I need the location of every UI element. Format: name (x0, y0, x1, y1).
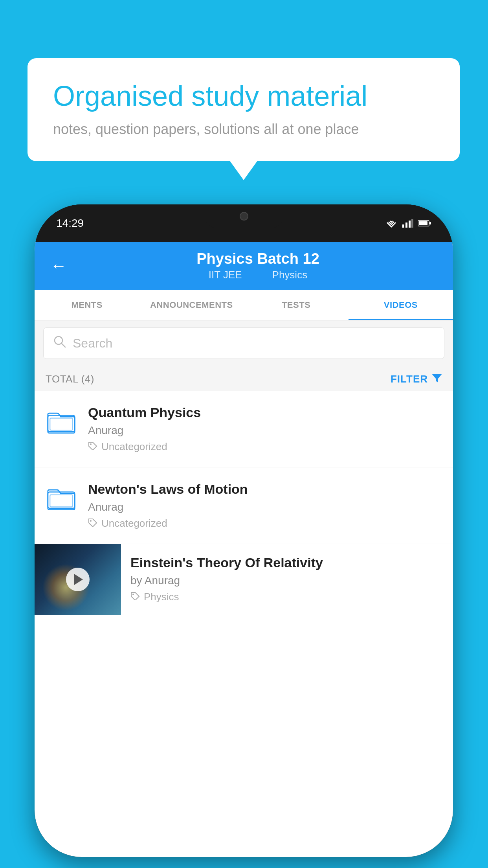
total-count-label: TOTAL (4) (46, 373, 94, 385)
speech-bubble: Organised study material notes, question… (28, 58, 460, 161)
svg-marker-2 (390, 221, 393, 223)
item-title: Newton's Laws of Motion (88, 482, 442, 497)
front-camera (240, 212, 248, 221)
tag-label: Uncategorized (101, 517, 167, 530)
svg-point-10 (55, 337, 62, 344)
item-author: Anurag (88, 501, 442, 513)
tag-label: Physics (144, 591, 179, 603)
list-item[interactable]: Quantum Physics Anurag Uncategorized (35, 391, 453, 467)
media-author: by Anurag (130, 574, 444, 587)
folder-icon (47, 406, 75, 435)
battery-icon (418, 220, 431, 227)
tag-label: Uncategorized (101, 441, 167, 453)
svg-rect-8 (429, 222, 431, 224)
filter-button[interactable]: FILTER (391, 373, 442, 385)
svg-rect-17 (50, 495, 73, 507)
bubble-subtitle: notes, question papers, solutions all at… (53, 121, 434, 138)
phone-screen: ← Physics Batch 12 IIT JEE Physics MENTS… (35, 242, 453, 857)
batch-title: Physics Batch 12 (79, 250, 437, 267)
svg-rect-6 (411, 219, 413, 228)
filter-icon (432, 373, 442, 385)
list-item-media[interactable]: Einstein's Theory Of Relativity by Anura… (35, 544, 453, 615)
svg-line-11 (62, 344, 65, 347)
subtitle-sep (254, 269, 260, 281)
list-item[interactable]: Newton's Laws of Motion Anurag Uncategor… (35, 467, 453, 544)
item-author: Anurag (88, 424, 442, 437)
play-triangle-icon (74, 574, 83, 585)
back-button[interactable]: ← (50, 256, 67, 275)
item-icon-area (46, 482, 77, 511)
media-title: Einstein's Theory Of Relativity (130, 555, 444, 570)
tag-icon (130, 591, 140, 603)
svg-rect-14 (50, 418, 73, 430)
play-button[interactable] (66, 568, 90, 591)
tag-icon (88, 517, 97, 530)
search-placeholder-text: Search (73, 336, 112, 351)
item-tag: Uncategorized (88, 441, 442, 453)
svg-rect-4 (405, 223, 407, 228)
media-content: Einstein's Theory Of Relativity by Anura… (121, 544, 453, 614)
header-title-block: Physics Batch 12 IIT JEE Physics (79, 250, 437, 281)
status-time: 14:29 (56, 217, 84, 230)
wifi-icon (385, 219, 398, 228)
filter-label: FILTER (391, 373, 428, 385)
item-tag: Uncategorized (88, 517, 442, 530)
folder-icon (47, 483, 75, 511)
svg-rect-5 (409, 221, 411, 228)
media-tag: Physics (130, 591, 444, 603)
subtitle-iit: IIT JEE (209, 269, 242, 281)
item-content: Quantum Physics Anurag Uncategorized (88, 405, 442, 453)
item-content: Newton's Laws of Motion Anurag Uncategor… (88, 482, 442, 530)
search-bar[interactable]: Search (43, 327, 444, 359)
tab-announcements[interactable]: ANNOUNCEMENTS (139, 290, 244, 320)
svg-point-18 (90, 520, 92, 522)
total-filter-bar: TOTAL (4) FILTER (35, 366, 453, 391)
app-header: ← Physics Batch 12 IIT JEE Physics (35, 242, 453, 290)
speech-bubble-wrapper: Organised study material notes, question… (28, 58, 460, 161)
tab-videos[interactable]: VIDEOS (349, 290, 453, 320)
tag-icon (88, 441, 97, 453)
subtitle-physics: Physics (272, 269, 308, 281)
svg-point-19 (132, 594, 134, 595)
batch-subtitle: IIT JEE Physics (79, 269, 437, 281)
signal-icon (402, 219, 413, 228)
svg-rect-3 (402, 224, 404, 228)
phone-frame: 14:29 (35, 204, 453, 857)
media-thumbnail (35, 544, 121, 615)
search-bar-wrapper: Search (35, 320, 453, 366)
svg-rect-9 (419, 221, 427, 225)
tab-tests[interactable]: TESTS (244, 290, 349, 320)
bubble-title: Organised study material (53, 80, 434, 112)
search-icon (53, 335, 66, 351)
item-icon-area (46, 405, 77, 435)
svg-marker-12 (432, 374, 442, 383)
item-title: Quantum Physics (88, 405, 442, 420)
status-icons (385, 219, 431, 228)
video-list: Quantum Physics Anurag Uncategorized (35, 391, 453, 615)
svg-point-15 (90, 443, 92, 445)
notch (205, 204, 283, 228)
status-bar: 14:29 (35, 204, 453, 242)
tab-ments[interactable]: MENTS (35, 290, 139, 320)
tabs-bar: MENTS ANNOUNCEMENTS TESTS VIDEOS (35, 290, 453, 320)
